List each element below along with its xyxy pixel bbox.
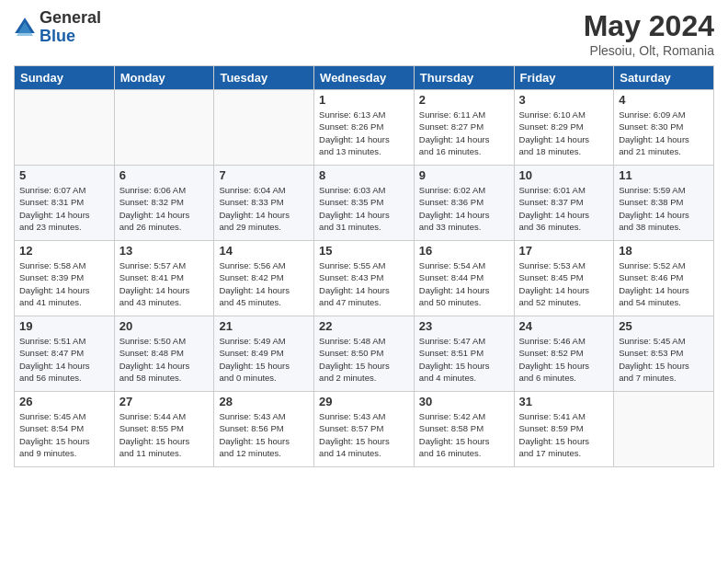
calendar-cell: 9Sunrise: 6:02 AM Sunset: 8:36 PM Daylig…	[414, 166, 514, 241]
calendar-cell: 22Sunrise: 5:48 AM Sunset: 8:50 PM Dayli…	[314, 316, 415, 392]
day-info: Sunrise: 5:48 AM Sunset: 8:50 PM Dayligh…	[319, 335, 409, 384]
calendar-cell: 5Sunrise: 6:07 AM Sunset: 8:31 PM Daylig…	[15, 166, 115, 241]
calendar-cell: 26Sunrise: 5:45 AM Sunset: 8:54 PM Dayli…	[15, 392, 115, 467]
day-number: 16	[419, 244, 509, 258]
day-info: Sunrise: 5:43 AM Sunset: 8:57 PM Dayligh…	[319, 410, 409, 459]
calendar-week-row: 5Sunrise: 6:07 AM Sunset: 8:31 PM Daylig…	[15, 166, 714, 241]
calendar-cell	[614, 392, 714, 467]
calendar-cell: 4Sunrise: 6:09 AM Sunset: 8:30 PM Daylig…	[614, 90, 714, 166]
day-info: Sunrise: 5:53 AM Sunset: 8:45 PM Dayligh…	[519, 259, 609, 308]
day-header: Friday	[514, 66, 614, 90]
calendar-cell: 25Sunrise: 5:45 AM Sunset: 8:53 PM Dayli…	[614, 316, 714, 392]
day-header: Saturday	[614, 66, 714, 90]
calendar-cell	[15, 90, 115, 166]
calendar-week-row: 19Sunrise: 5:51 AM Sunset: 8:47 PM Dayli…	[15, 316, 714, 392]
calendar-cell: 17Sunrise: 5:53 AM Sunset: 8:45 PM Dayli…	[514, 241, 614, 316]
day-header: Sunday	[15, 66, 115, 90]
calendar-cell: 8Sunrise: 6:03 AM Sunset: 8:35 PM Daylig…	[314, 166, 415, 241]
calendar-cell: 13Sunrise: 5:57 AM Sunset: 8:41 PM Dayli…	[114, 241, 214, 316]
day-info: Sunrise: 5:47 AM Sunset: 8:51 PM Dayligh…	[419, 335, 509, 384]
calendar-cell: 3Sunrise: 6:10 AM Sunset: 8:29 PM Daylig…	[514, 90, 614, 166]
month-title: May 2024	[584, 9, 714, 43]
calendar-cell: 29Sunrise: 5:43 AM Sunset: 8:57 PM Dayli…	[314, 392, 415, 467]
day-number: 31	[519, 395, 609, 408]
day-number: 15	[319, 244, 409, 258]
calendar-cell: 31Sunrise: 5:41 AM Sunset: 8:59 PM Dayli…	[514, 392, 614, 467]
day-info: Sunrise: 5:55 AM Sunset: 8:43 PM Dayligh…	[319, 259, 409, 308]
day-number: 18	[619, 244, 709, 258]
day-info: Sunrise: 5:56 AM Sunset: 8:42 PM Dayligh…	[219, 259, 309, 308]
calendar-week-row: 26Sunrise: 5:45 AM Sunset: 8:54 PM Dayli…	[15, 392, 714, 467]
day-number: 4	[619, 93, 709, 107]
calendar-cell: 6Sunrise: 6:06 AM Sunset: 8:32 PM Daylig…	[114, 166, 214, 241]
day-number: 22	[319, 319, 409, 333]
title-section: May 2024 Plesoiu, Olt, Romania	[584, 9, 714, 58]
day-number: 21	[219, 319, 309, 333]
day-number: 19	[19, 319, 109, 333]
day-info: Sunrise: 5:42 AM Sunset: 8:58 PM Dayligh…	[419, 410, 509, 459]
calendar-cell: 15Sunrise: 5:55 AM Sunset: 8:43 PM Dayli…	[314, 241, 415, 316]
day-info: Sunrise: 6:09 AM Sunset: 8:30 PM Dayligh…	[619, 109, 709, 157]
day-header: Wednesday	[314, 66, 415, 90]
day-number: 20	[119, 319, 210, 333]
logo-general: General	[40, 9, 101, 28]
day-info: Sunrise: 5:54 AM Sunset: 8:44 PM Dayligh…	[419, 259, 509, 308]
calendar-cell: 24Sunrise: 5:46 AM Sunset: 8:52 PM Dayli…	[514, 316, 614, 392]
day-info: Sunrise: 5:46 AM Sunset: 8:52 PM Dayligh…	[519, 335, 609, 384]
calendar-cell: 16Sunrise: 5:54 AM Sunset: 8:44 PM Dayli…	[414, 241, 514, 316]
day-info: Sunrise: 6:11 AM Sunset: 8:27 PM Dayligh…	[419, 109, 509, 157]
calendar-cell: 28Sunrise: 5:43 AM Sunset: 8:56 PM Dayli…	[214, 392, 314, 467]
day-info: Sunrise: 5:58 AM Sunset: 8:39 PM Dayligh…	[19, 259, 109, 308]
day-info: Sunrise: 6:02 AM Sunset: 8:36 PM Dayligh…	[419, 184, 509, 233]
day-info: Sunrise: 6:01 AM Sunset: 8:37 PM Dayligh…	[519, 184, 609, 233]
day-info: Sunrise: 6:03 AM Sunset: 8:35 PM Dayligh…	[319, 184, 409, 233]
day-info: Sunrise: 6:06 AM Sunset: 8:32 PM Dayligh…	[119, 184, 210, 233]
day-info: Sunrise: 5:43 AM Sunset: 8:56 PM Dayligh…	[219, 410, 309, 459]
day-info: Sunrise: 6:13 AM Sunset: 8:26 PM Dayligh…	[319, 109, 409, 157]
location: Plesoiu, Olt, Romania	[584, 43, 714, 58]
day-number: 1	[319, 93, 409, 107]
day-header: Tuesday	[214, 66, 314, 90]
calendar-cell: 10Sunrise: 6:01 AM Sunset: 8:37 PM Dayli…	[514, 166, 614, 241]
calendar-cell: 27Sunrise: 5:44 AM Sunset: 8:55 PM Dayli…	[114, 392, 214, 467]
calendar-cell: 2Sunrise: 6:11 AM Sunset: 8:27 PM Daylig…	[414, 90, 514, 166]
logo-blue: Blue	[40, 28, 101, 46]
calendar-cell: 18Sunrise: 5:52 AM Sunset: 8:46 PM Dayli…	[614, 241, 714, 316]
day-info: Sunrise: 5:41 AM Sunset: 8:59 PM Dayligh…	[519, 410, 609, 459]
day-number: 30	[419, 395, 509, 408]
day-number: 10	[519, 168, 609, 182]
day-header: Thursday	[414, 66, 514, 90]
day-number: 28	[219, 395, 309, 408]
calendar-cell: 23Sunrise: 5:47 AM Sunset: 8:51 PM Dayli…	[414, 316, 514, 392]
day-info: Sunrise: 6:04 AM Sunset: 8:33 PM Dayligh…	[219, 184, 309, 233]
calendar-week-row: 12Sunrise: 5:58 AM Sunset: 8:39 PM Dayli…	[15, 241, 714, 316]
calendar-cell	[114, 90, 214, 166]
day-number: 27	[119, 395, 210, 408]
day-number: 24	[519, 319, 609, 333]
calendar-cell: 11Sunrise: 5:59 AM Sunset: 8:38 PM Dayli…	[614, 166, 714, 241]
day-info: Sunrise: 5:52 AM Sunset: 8:46 PM Dayligh…	[619, 259, 709, 308]
header: General Blue May 2024 Plesoiu, Olt, Roma…	[14, 9, 714, 58]
page: General Blue May 2024 Plesoiu, Olt, Roma…	[0, 0, 728, 563]
day-number: 25	[619, 319, 709, 333]
day-number: 23	[419, 319, 509, 333]
day-info: Sunrise: 5:50 AM Sunset: 8:48 PM Dayligh…	[119, 335, 210, 384]
day-info: Sunrise: 5:45 AM Sunset: 8:53 PM Dayligh…	[619, 335, 709, 384]
day-info: Sunrise: 6:10 AM Sunset: 8:29 PM Dayligh…	[519, 109, 609, 157]
logo-icon	[14, 17, 36, 39]
calendar-header-row: SundayMondayTuesdayWednesdayThursdayFrid…	[15, 66, 714, 90]
day-info: Sunrise: 5:45 AM Sunset: 8:54 PM Dayligh…	[19, 410, 109, 459]
day-number: 8	[319, 168, 409, 182]
day-number: 13	[119, 244, 210, 258]
calendar: SundayMondayTuesdayWednesdayThursdayFrid…	[14, 65, 714, 467]
calendar-cell: 7Sunrise: 6:04 AM Sunset: 8:33 PM Daylig…	[214, 166, 314, 241]
day-number: 11	[619, 168, 709, 182]
day-number: 3	[519, 93, 609, 107]
calendar-cell	[214, 90, 314, 166]
day-number: 2	[419, 93, 509, 107]
day-info: Sunrise: 5:51 AM Sunset: 8:47 PM Dayligh…	[19, 335, 109, 384]
day-header: Monday	[114, 66, 214, 90]
day-number: 26	[19, 395, 109, 408]
calendar-week-row: 1Sunrise: 6:13 AM Sunset: 8:26 PM Daylig…	[15, 90, 714, 166]
day-number: 14	[219, 244, 309, 258]
